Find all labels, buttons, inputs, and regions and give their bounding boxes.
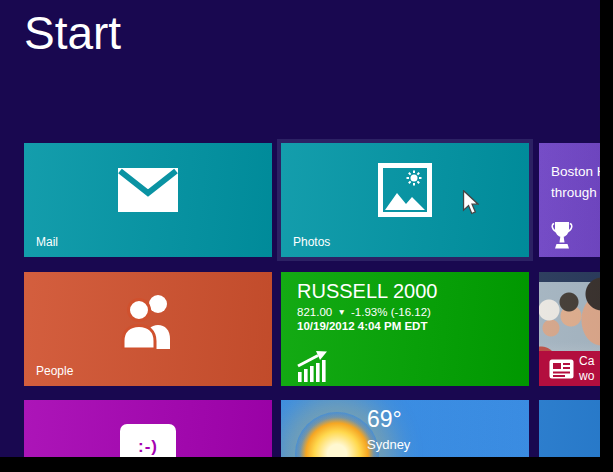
black-bar-right [600,0,613,472]
mouse-cursor [462,190,479,215]
newspaper-icon [549,359,574,379]
stock-chart-icon [297,350,327,382]
tile-people[interactable]: People [24,272,272,386]
stock-down-icon: ▼ [335,307,347,317]
emoticon-text: :-) [138,437,158,457]
finance-index-name: RUSSELL 2000 [297,278,437,304]
tile-label-mail: Mail [36,235,58,249]
tile-selection-border: Photos [277,139,533,261]
finance-value: 821.00 [297,306,332,318]
tile-label-people: People [36,364,73,378]
tile-label-photos: Photos [293,235,330,249]
news-headline: Ca wo [579,354,594,384]
tile-mail[interactable]: Mail [24,143,272,257]
weather-city: Sydney [367,437,445,452]
finance-timestamp: 10/19/2012 4:04 PM EDT [297,320,437,332]
finance-change: -1.93% (-16.12) [351,306,431,318]
photo-frame-icon [378,163,432,217]
sports-headline: Boston H through [551,161,607,203]
tile-photos[interactable]: Photos [281,143,529,257]
trophy-icon [551,221,573,250]
finance-quote-block: RUSSELL 2000 821.00 ▼ -1.93% (-16.12) 10… [297,278,437,332]
people-icon [117,293,179,349]
page-title: Start [24,6,121,60]
weather-temperature: 69° [367,404,445,434]
envelope-icon [118,168,178,212]
black-bar-bottom [0,457,613,472]
tile-finance[interactable]: RUSSELL 2000 821.00 ▼ -1.93% (-16.12) 10… [281,272,529,386]
